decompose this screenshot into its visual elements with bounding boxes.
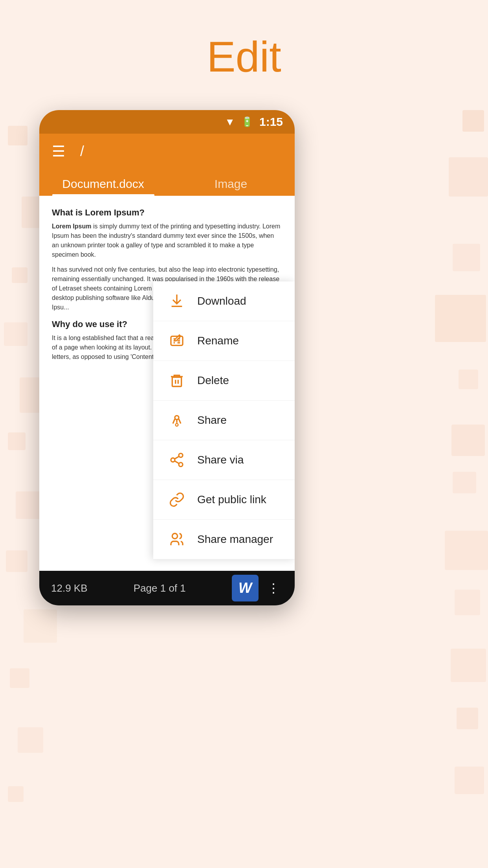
menu-item-share-manager-label: Share manager: [197, 533, 273, 546]
svg-rect-1: [172, 377, 181, 386]
bottom-bar: 12.9 KB Page 1 of 1 W ⋮: [39, 571, 295, 605]
svg-point-2: [175, 416, 179, 419]
svg-point-6: [179, 463, 183, 467]
svg-point-3: [176, 423, 178, 426]
word-app-icon[interactable]: W: [232, 575, 259, 601]
phone-frame: ▼ 🔋 1:15 ☰ / Document.docx Image What is…: [39, 110, 295, 605]
page-title: Edit: [0, 31, 488, 81]
doc-heading-1: What is Lorem Ipsum?: [52, 208, 282, 218]
menu-item-delete-label: Delete: [197, 374, 229, 387]
doc-para-1: Lorem Ipsum is simply dummy text of the …: [52, 222, 282, 259]
svg-point-9: [172, 533, 177, 539]
battery-icon: 🔋: [241, 116, 253, 127]
doc-bold-1: Lorem Ipsum: [52, 223, 91, 230]
more-options-icon[interactable]: ⋮: [264, 577, 283, 599]
status-bar: ▼ 🔋 1:15: [39, 110, 295, 134]
app-toolbar: ☰ /: [39, 134, 295, 169]
delete-icon: [167, 371, 186, 390]
rename-icon: [167, 331, 186, 350]
svg-line-8: [174, 456, 179, 459]
document-content: What is Lorem Ipsum? Lorem Ipsum is simp…: [39, 196, 295, 571]
menu-item-delete[interactable]: Delete: [153, 361, 295, 401]
tab-document[interactable]: Document.docx: [39, 172, 167, 196]
context-menu: Download Rename: [153, 281, 295, 559]
menu-item-share-label: Share: [197, 414, 227, 427]
toolbar-slash: /: [80, 143, 84, 160]
menu-item-download-label: Download: [197, 295, 246, 307]
menu-item-share-via[interactable]: Share via: [153, 440, 295, 480]
menu-item-share[interactable]: Share: [153, 401, 295, 440]
share-manager-icon: [167, 530, 186, 549]
tab-image[interactable]: Image: [167, 172, 295, 196]
menu-item-share-via-label: Share via: [197, 454, 244, 466]
bottom-right-actions: W ⋮: [232, 575, 283, 601]
menu-item-rename[interactable]: Rename: [153, 321, 295, 361]
hamburger-icon[interactable]: ☰: [49, 140, 68, 163]
link-icon: [167, 490, 186, 509]
svg-point-4: [179, 453, 183, 457]
wifi-icon: ▼: [225, 116, 235, 128]
download-icon: [167, 292, 186, 311]
share-icon: [167, 411, 186, 430]
svg-point-5: [171, 458, 175, 462]
menu-item-get-public-link[interactable]: Get public link: [153, 480, 295, 520]
menu-item-download[interactable]: Download: [153, 281, 295, 321]
menu-item-share-manager[interactable]: Share manager: [153, 520, 295, 559]
status-time: 1:15: [259, 115, 283, 129]
page-info: Page 1 of 1: [134, 582, 186, 594]
tabs-row: Document.docx Image: [39, 169, 295, 196]
svg-line-7: [174, 461, 179, 464]
share-via-icon: [167, 451, 186, 469]
menu-item-rename-label: Rename: [197, 335, 239, 347]
file-size: 12.9 KB: [51, 582, 88, 594]
menu-item-get-public-link-label: Get public link: [197, 493, 266, 506]
